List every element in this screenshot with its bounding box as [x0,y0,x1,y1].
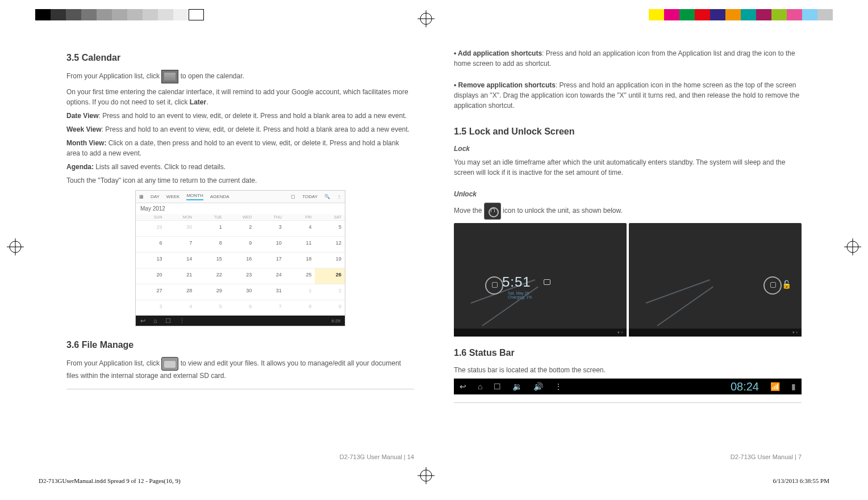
camera-icon [544,279,550,285]
file-manage-text: From your Application list, click to vie… [66,357,414,381]
wifi-icon: 📶 [770,382,780,391]
print-file: D2-713GUserManual.indd Spread 9 of 12 - … [39,477,181,484]
back-icon: ↩ [460,382,466,391]
status-text: The status bar is located at the bottom … [454,365,802,375]
cal-cell: 17 [255,252,285,268]
add-shortcut: • Add application shortcuts: Press and h… [454,48,802,69]
cal-cell: 9 [226,236,256,252]
page-footer-left: D2-713G User Manual | 14 [340,453,414,460]
cal-header: SAT [315,214,345,220]
calendar-navbar: ↩ ⌂ ☐ ⋮ 6:29 [136,316,345,326]
lockscreen-sub: Sat, May 26Charging, 1% [508,291,532,299]
print-info: D2-713GUserManual.indd Spread 9 of 12 - … [39,477,829,484]
text: Click on a date, then press and hold to … [66,139,399,157]
cal-header: FRI [285,214,315,220]
battery-icon: ▮ [791,382,796,391]
label: Agenda: [66,163,94,171]
label: Week View [66,125,102,133]
cal-cell: 30 [166,220,196,236]
calendar-screenshot: ▦ DAY WEEK MONTH AGENDA ▢ TODAY 🔍 ⋮ May … [135,190,345,326]
text: From your Application list, click [66,72,161,80]
cal-header: WED [226,214,256,220]
unlock-navbar: ▾ ▿ [629,329,802,337]
label: • Add application shortcuts [454,49,542,57]
page: 3.5 Calendar From your Application list,… [0,0,868,500]
today-icon: ▢ [291,194,295,199]
cal-cell: 20 [136,268,166,284]
divider [66,389,414,389]
lockscreen-time: 5:51 [502,274,531,290]
left-column: 3.5 Calendar From your Application list,… [47,48,434,460]
tab-month: MONTH [186,193,203,200]
colorbar-left [35,9,204,20]
registration-mark-top [418,10,435,27]
cal-cell: 19 [315,252,345,268]
menu-icon: ⋮ [337,194,341,199]
lock-icon [484,203,501,220]
cal-cell: 22 [195,268,226,284]
text-bold: Later [190,98,206,106]
heading-lock: 1.5 Lock and Unlock Screen [454,127,802,137]
cal-cell: 1 [195,220,226,236]
cal-cell: 4 [166,300,196,316]
cal-cell: 5 [315,220,345,236]
lock-ring-icon [485,276,503,295]
home-icon: ⌂ [478,382,482,391]
print-stamp: 6/13/2013 6:38:55 PM [773,477,829,484]
cal-header: SUN [136,214,166,220]
text: Lists all saved events. Click to read de… [94,163,226,171]
text: to open the calendar. [181,72,244,80]
calendar-app-icon: ▦ [139,194,144,199]
label: Date View [66,112,98,120]
cal-cell: 24 [255,268,285,284]
today-text: Touch the "Today" icon at any time to re… [66,175,414,186]
cal-cell: 31 [255,284,285,300]
cal-cell: 15 [195,252,226,268]
cal-cell: 10 [255,236,285,252]
tab-day: DAY [151,194,160,199]
cal-cell: 2 [315,284,345,300]
cal-cell: 6 [226,300,256,316]
agenda: Agenda: Lists all saved events. Click to… [66,162,414,172]
cal-cell: 27 [136,284,166,300]
text: On your first time entering the calendar… [66,88,408,106]
cal-cell: 26 [315,268,345,284]
recents-icon: ☐ [494,382,501,391]
cal-header: MON [166,214,196,220]
status-time: 08:24 [731,380,759,393]
text: From your Application list, click [66,359,161,367]
cal-cell: 1 [285,284,315,300]
cal-cell: 21 [166,268,196,284]
unlock-icon: 🔓 [782,280,791,289]
cal-cell: 8 [285,300,315,316]
status-bar-screenshot: ↩ ⌂ ☐ 🔉 🔊 ⋮ 08:24 📶 ▮ [454,379,802,394]
right-column: • Add application shortcuts: Press and h… [434,48,821,460]
cal-cell: 7 [255,300,285,316]
cal-header: THU [255,214,285,220]
cal-cell: 2 [226,220,256,236]
cal-cell: 25 [285,268,315,284]
cal-cell: 28 [166,284,196,300]
text: : Press and hold to an event to view, ed… [98,112,406,120]
nav-time: 6:29 [331,318,340,323]
cal-cell: 7 [166,236,196,252]
unlock-screenshot-1: 5:51 Sat, May 26Charging, 1% ▾ ▿ [454,223,627,337]
unlock-screenshots: 5:51 Sat, May 26Charging, 1% ▾ ▿ 🔓 ▾ ▿ [454,223,802,337]
cal-cell: 30 [226,284,256,300]
text: : Press and hold to an event to view, ed… [102,125,410,133]
colorbar-right [649,9,833,20]
menu-icon: ⋮ [554,382,562,391]
lock-ring-icon [763,276,782,295]
cal-cell: 5 [195,300,226,316]
volume-down-icon: 🔉 [512,382,522,391]
lock-label: Lock [454,144,802,154]
home-icon: ⌂ [153,317,157,324]
calendar-toolbar: ▦ DAY WEEK MONTH AGENDA ▢ TODAY 🔍 ⋮ [136,191,345,203]
tab-agenda: AGENDA [210,194,229,199]
volume-up-icon: 🔊 [533,382,543,391]
cal-cell: 13 [136,252,166,268]
registration-mark-right [844,238,861,255]
cal-first-text: On your first time entering the calendar… [66,87,414,107]
heading-status-bar: 1.6 Status Bar [454,348,802,358]
cal-cell: 11 [285,236,315,252]
